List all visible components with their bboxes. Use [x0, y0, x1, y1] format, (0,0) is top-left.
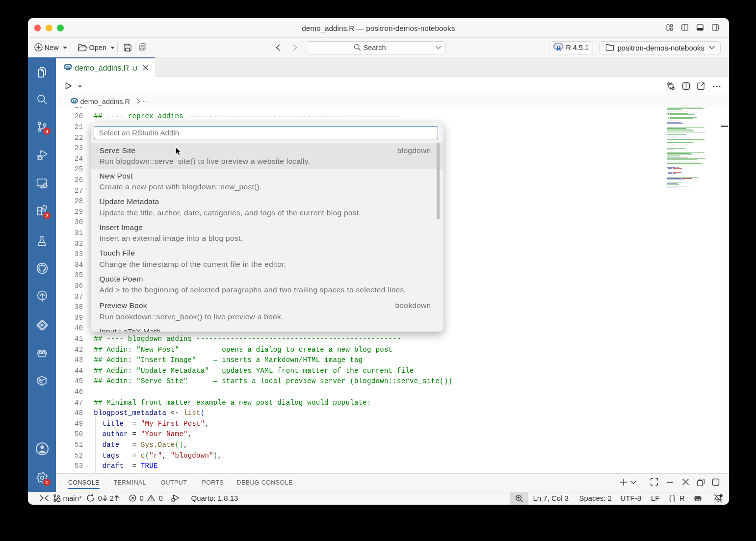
svg-text:R: R [66, 65, 70, 71]
svg-text:R: R [72, 99, 76, 104]
svg-text:R: R [556, 44, 561, 51]
svg-text:✱: ✱ [56, 497, 60, 502]
